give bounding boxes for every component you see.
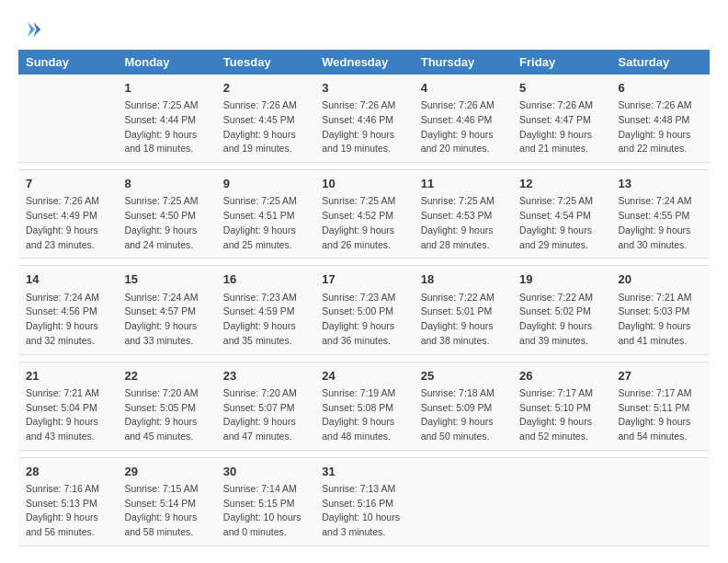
svg-marker-1	[28, 22, 35, 37]
calendar-day-cell: 28Sunrise: 7:16 AM Sunset: 5:13 PM Dayli…	[18, 457, 117, 546]
week-separator	[18, 163, 710, 170]
calendar-day-cell: 18Sunrise: 7:22 AM Sunset: 5:01 PM Dayli…	[414, 266, 512, 354]
calendar-day-cell: 6Sunrise: 7:26 AM Sunset: 4:48 PM Daylig…	[611, 75, 710, 163]
day-info: Sunrise: 7:26 AM Sunset: 4:48 PM Dayligh…	[619, 98, 702, 156]
day-number: 1	[124, 80, 208, 97]
calendar-day-cell: 17Sunrise: 7:23 AM Sunset: 5:00 PM Dayli…	[314, 266, 413, 354]
calendar-week-row: 14Sunrise: 7:24 AM Sunset: 4:56 PM Dayli…	[18, 266, 710, 354]
calendar-day-cell: 25Sunrise: 7:18 AM Sunset: 5:09 PM Dayli…	[414, 362, 512, 450]
day-info: Sunrise: 7:20 AM Sunset: 5:07 PM Dayligh…	[223, 386, 307, 444]
calendar-day-cell	[611, 457, 710, 546]
day-number: 2	[223, 80, 307, 97]
day-info: Sunrise: 7:23 AM Sunset: 4:59 PM Dayligh…	[223, 291, 307, 349]
logo-icon	[20, 18, 42, 40]
calendar-day-cell	[18, 75, 117, 163]
day-number: 4	[421, 80, 505, 97]
day-info: Sunrise: 7:15 AM Sunset: 5:14 PM Dayligh…	[124, 482, 208, 540]
column-header-monday: Monday	[117, 50, 215, 75]
calendar-day-cell: 2Sunrise: 7:26 AM Sunset: 4:45 PM Daylig…	[216, 75, 314, 163]
day-info: Sunrise: 7:24 AM Sunset: 4:56 PM Dayligh…	[26, 291, 109, 349]
day-info: Sunrise: 7:25 AM Sunset: 4:52 PM Dayligh…	[322, 194, 405, 252]
day-number: 31	[322, 464, 405, 480]
day-number: 21	[26, 368, 109, 385]
calendar-day-cell: 5Sunrise: 7:26 AM Sunset: 4:47 PM Daylig…	[512, 75, 610, 163]
day-number: 19	[519, 271, 603, 288]
calendar-table: SundayMondayTuesdayWednesdayThursdayFrid…	[18, 50, 710, 546]
day-number: 27	[619, 368, 702, 385]
calendar-day-cell: 19Sunrise: 7:22 AM Sunset: 5:02 PM Dayli…	[512, 266, 610, 354]
calendar-day-cell: 7Sunrise: 7:26 AM Sunset: 4:49 PM Daylig…	[18, 170, 117, 259]
day-info: Sunrise: 7:26 AM Sunset: 4:46 PM Dayligh…	[421, 98, 505, 156]
day-info: Sunrise: 7:26 AM Sunset: 4:46 PM Dayligh…	[322, 98, 405, 156]
day-number: 13	[619, 176, 702, 192]
day-number: 18	[421, 271, 505, 288]
day-info: Sunrise: 7:25 AM Sunset: 4:51 PM Dayligh…	[223, 194, 307, 252]
calendar-day-cell: 16Sunrise: 7:23 AM Sunset: 4:59 PM Dayli…	[216, 266, 314, 354]
calendar-day-cell: 1Sunrise: 7:25 AM Sunset: 4:44 PM Daylig…	[117, 75, 215, 163]
calendar-day-cell: 8Sunrise: 7:25 AM Sunset: 4:50 PM Daylig…	[117, 170, 215, 259]
column-header-friday: Friday	[512, 50, 610, 75]
calendar-day-cell: 20Sunrise: 7:21 AM Sunset: 5:03 PM Dayli…	[611, 266, 710, 354]
column-header-wednesday: Wednesday	[314, 50, 413, 75]
day-info: Sunrise: 7:21 AM Sunset: 5:03 PM Dayligh…	[619, 291, 702, 349]
calendar-week-row: 21Sunrise: 7:21 AM Sunset: 5:04 PM Dayli…	[18, 362, 710, 450]
calendar-week-row: 28Sunrise: 7:16 AM Sunset: 5:13 PM Dayli…	[18, 457, 710, 546]
day-number: 22	[124, 368, 208, 385]
day-number: 9	[223, 176, 307, 192]
day-info: Sunrise: 7:18 AM Sunset: 5:09 PM Dayligh…	[421, 386, 505, 444]
day-info: Sunrise: 7:22 AM Sunset: 5:02 PM Dayligh…	[519, 291, 603, 349]
day-number: 17	[322, 271, 405, 288]
calendar-day-cell: 23Sunrise: 7:20 AM Sunset: 5:07 PM Dayli…	[216, 362, 314, 450]
day-info: Sunrise: 7:25 AM Sunset: 4:50 PM Dayligh…	[124, 194, 208, 252]
week-separator	[18, 450, 710, 457]
calendar-day-cell	[414, 457, 512, 546]
day-number: 15	[124, 271, 208, 288]
day-number: 26	[519, 368, 603, 385]
day-number: 12	[519, 176, 603, 192]
day-info: Sunrise: 7:17 AM Sunset: 5:10 PM Dayligh…	[519, 386, 603, 444]
calendar-day-cell	[512, 457, 610, 546]
calendar-day-cell: 24Sunrise: 7:19 AM Sunset: 5:08 PM Dayli…	[314, 362, 413, 450]
day-info: Sunrise: 7:17 AM Sunset: 5:11 PM Dayligh…	[619, 386, 702, 444]
calendar-day-cell: 15Sunrise: 7:24 AM Sunset: 4:57 PM Dayli…	[117, 266, 215, 354]
column-header-tuesday: Tuesday	[216, 50, 314, 75]
logo	[18, 18, 42, 40]
day-info: Sunrise: 7:19 AM Sunset: 5:08 PM Dayligh…	[322, 386, 405, 444]
day-number: 29	[124, 464, 208, 480]
calendar-header-row: SundayMondayTuesdayWednesdayThursdayFrid…	[18, 50, 710, 75]
day-info: Sunrise: 7:20 AM Sunset: 5:05 PM Dayligh…	[124, 386, 208, 444]
calendar-day-cell: 31Sunrise: 7:13 AM Sunset: 5:16 PM Dayli…	[314, 457, 413, 546]
calendar-day-cell: 4Sunrise: 7:26 AM Sunset: 4:46 PM Daylig…	[414, 75, 512, 163]
day-info: Sunrise: 7:14 AM Sunset: 5:15 PM Dayligh…	[223, 482, 307, 540]
day-info: Sunrise: 7:26 AM Sunset: 4:45 PM Dayligh…	[223, 98, 307, 156]
day-info: Sunrise: 7:23 AM Sunset: 5:00 PM Dayligh…	[322, 291, 405, 349]
day-number: 25	[421, 368, 505, 385]
calendar-day-cell: 10Sunrise: 7:25 AM Sunset: 4:52 PM Dayli…	[314, 170, 413, 259]
day-number: 10	[322, 176, 405, 192]
day-info: Sunrise: 7:24 AM Sunset: 4:57 PM Dayligh…	[124, 291, 208, 349]
day-number: 23	[223, 368, 307, 385]
day-info: Sunrise: 7:16 AM Sunset: 5:13 PM Dayligh…	[26, 482, 109, 540]
day-number: 28	[26, 464, 109, 480]
calendar-day-cell: 30Sunrise: 7:14 AM Sunset: 5:15 PM Dayli…	[216, 457, 314, 546]
day-number: 14	[26, 271, 109, 288]
week-separator	[18, 354, 710, 362]
day-info: Sunrise: 7:26 AM Sunset: 4:47 PM Dayligh…	[519, 98, 603, 156]
day-number: 5	[519, 80, 603, 97]
day-number: 20	[619, 271, 702, 288]
day-number: 8	[124, 176, 208, 192]
page-header	[18, 18, 710, 40]
week-separator	[18, 259, 710, 266]
day-info: Sunrise: 7:25 AM Sunset: 4:44 PM Dayligh…	[124, 98, 208, 156]
day-info: Sunrise: 7:26 AM Sunset: 4:49 PM Dayligh…	[26, 194, 109, 252]
calendar-day-cell: 29Sunrise: 7:15 AM Sunset: 5:14 PM Dayli…	[117, 457, 215, 546]
calendar-day-cell: 3Sunrise: 7:26 AM Sunset: 4:46 PM Daylig…	[314, 75, 413, 163]
calendar-day-cell: 9Sunrise: 7:25 AM Sunset: 4:51 PM Daylig…	[216, 170, 314, 259]
day-number: 3	[322, 80, 405, 97]
calendar-day-cell: 14Sunrise: 7:24 AM Sunset: 4:56 PM Dayli…	[18, 266, 117, 354]
day-info: Sunrise: 7:21 AM Sunset: 5:04 PM Dayligh…	[26, 386, 109, 444]
calendar-day-cell: 27Sunrise: 7:17 AM Sunset: 5:11 PM Dayli…	[611, 362, 710, 450]
calendar-day-cell: 26Sunrise: 7:17 AM Sunset: 5:10 PM Dayli…	[512, 362, 610, 450]
calendar-week-row: 1Sunrise: 7:25 AM Sunset: 4:44 PM Daylig…	[18, 75, 710, 163]
column-header-saturday: Saturday	[611, 50, 710, 75]
